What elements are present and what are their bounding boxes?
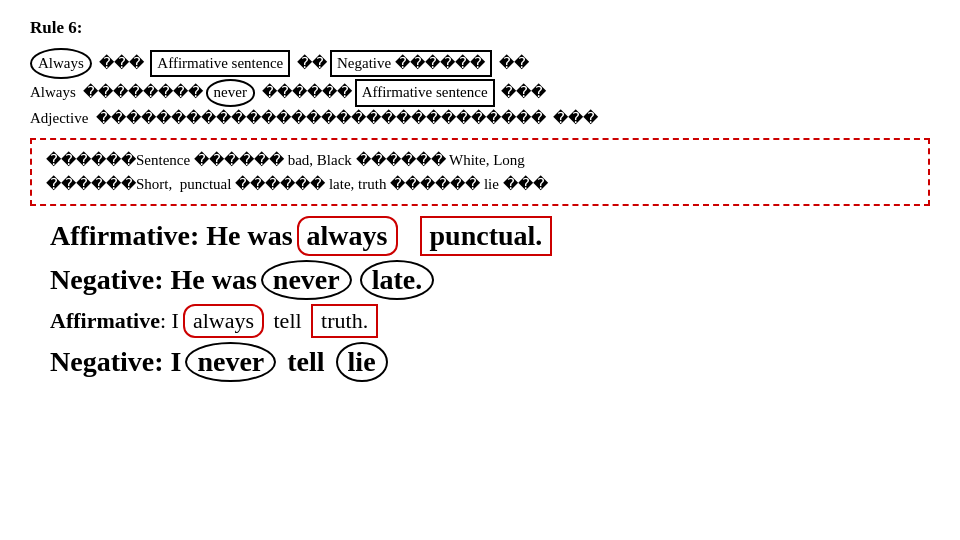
affirmative-label-1: Affirmative (50, 220, 190, 252)
dashed-examples-box: ������Sentence ������ bad, Black ������ … (30, 138, 930, 206)
example-negative-1: Negative : He was never late. (50, 260, 910, 300)
rule-title: Rule 6: (30, 18, 930, 38)
affirmative-label-2: Affirmative (50, 308, 160, 334)
examples-section: Affirmative : He was always punctual. Ne… (30, 216, 930, 382)
never-word-1: never (261, 260, 352, 300)
lie-word: lie (336, 342, 388, 382)
dashed-line-2: ������Short, punctual ������ late, truth… (46, 172, 914, 196)
always-oval: Always (30, 48, 92, 79)
negative-box: Negative ������ (330, 50, 492, 77)
affirmative-box-2: Affirmative sentence (355, 79, 495, 106)
always-word-1: always (297, 216, 398, 256)
truth-word: truth. (311, 304, 378, 338)
dashed-line-1: ������Sentence ������ bad, Black ������ … (46, 148, 914, 172)
rule-line-3: Adjective ������������������������������… (30, 107, 930, 130)
punctual-word: punctual. (420, 216, 553, 256)
rule-line-1: Always ��� Affirmative sentence �� Negat… (30, 48, 930, 79)
rule-line-2: Always �������� never ������ Affirmative… (30, 79, 930, 106)
affirmative-box-1: Affirmative sentence (150, 50, 290, 77)
never-circle: never (206, 79, 255, 106)
example-affirmative-2: Affirmative : I always tell truth. (50, 304, 910, 338)
example-negative-2: Negative : I never tell lie (50, 342, 910, 382)
always-word-2: always (183, 304, 264, 338)
rule-lines: Always ��� Affirmative sentence �� Negat… (30, 48, 930, 130)
always-label-2: Always (30, 81, 76, 104)
negative-label-2: Negative (50, 346, 154, 378)
example-affirmative-1: Affirmative : He was always punctual. (50, 216, 910, 256)
never-word-2: never (185, 342, 276, 382)
negative-label-1: Negative (50, 264, 154, 296)
late-word: late. (360, 260, 435, 300)
